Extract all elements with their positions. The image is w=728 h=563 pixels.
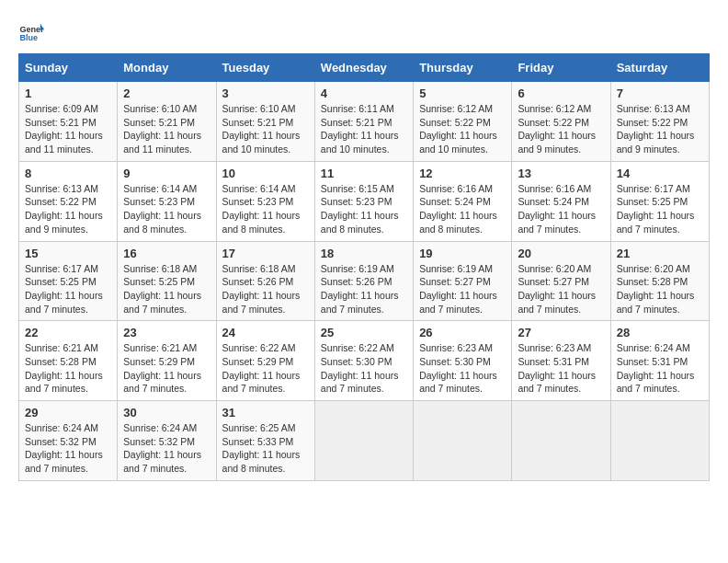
calendar-cell	[314, 401, 413, 481]
calendar-cell	[610, 401, 709, 481]
day-number: 15	[25, 247, 111, 260]
day-number: 28	[617, 326, 703, 339]
day-number: 12	[419, 167, 506, 180]
day-number: 29	[25, 406, 111, 419]
day-number: 6	[518, 86, 604, 100]
calendar-week-row: 8Sunrise: 6:13 AMSunset: 5:22 PMDaylight…	[19, 161, 710, 241]
calendar-cell: 14Sunrise: 6:17 AMSunset: 5:25 PMDayligh…	[610, 161, 709, 241]
calendar-cell: 2Sunrise: 6:10 AMSunset: 5:21 PMDaylight…	[118, 82, 216, 162]
day-sun-info: Sunrise: 6:09 AMSunset: 5:21 PMDaylight:…	[25, 102, 111, 156]
calendar-cell: 21Sunrise: 6:20 AMSunset: 5:28 PMDayligh…	[610, 241, 709, 321]
day-sun-info: Sunrise: 6:16 AMSunset: 5:24 PMDaylight:…	[419, 182, 506, 236]
calendar-week-row: 29Sunrise: 6:24 AMSunset: 5:32 PMDayligh…	[19, 401, 710, 481]
calendar-cell: 7Sunrise: 6:13 AMSunset: 5:22 PMDaylight…	[610, 82, 709, 162]
calendar-cell	[512, 401, 610, 481]
day-number: 18	[321, 247, 407, 260]
day-number: 8	[25, 167, 111, 180]
day-of-week-header: Friday	[512, 54, 610, 82]
calendar-cell: 20Sunrise: 6:20 AMSunset: 5:27 PMDayligh…	[512, 241, 610, 321]
calendar-cell: 26Sunrise: 6:23 AMSunset: 5:30 PMDayligh…	[414, 321, 512, 401]
day-number: 31	[222, 406, 309, 419]
calendar-week-row: 22Sunrise: 6:21 AMSunset: 5:28 PMDayligh…	[19, 321, 710, 401]
day-number: 23	[123, 326, 210, 339]
day-number: 21	[617, 247, 703, 260]
day-number: 17	[222, 247, 309, 260]
day-sun-info: Sunrise: 6:16 AMSunset: 5:24 PMDaylight:…	[518, 182, 604, 236]
day-number: 7	[617, 86, 703, 100]
calendar-cell: 18Sunrise: 6:19 AMSunset: 5:26 PMDayligh…	[314, 241, 413, 321]
day-number: 10	[222, 167, 309, 180]
day-sun-info: Sunrise: 6:15 AMSunset: 5:23 PMDaylight:…	[321, 182, 407, 236]
calendar-cell: 29Sunrise: 6:24 AMSunset: 5:32 PMDayligh…	[19, 401, 118, 481]
day-sun-info: Sunrise: 6:14 AMSunset: 5:23 PMDaylight:…	[123, 182, 210, 236]
day-sun-info: Sunrise: 6:19 AMSunset: 5:27 PMDaylight:…	[419, 262, 506, 316]
day-number: 3	[222, 86, 309, 100]
calendar-cell: 8Sunrise: 6:13 AMSunset: 5:22 PMDaylight…	[19, 161, 118, 241]
day-sun-info: Sunrise: 6:13 AMSunset: 5:22 PMDaylight:…	[25, 182, 111, 236]
calendar-cell: 17Sunrise: 6:18 AMSunset: 5:26 PMDayligh…	[216, 241, 314, 321]
day-number: 30	[123, 406, 210, 419]
day-sun-info: Sunrise: 6:11 AMSunset: 5:21 PMDaylight:…	[321, 102, 407, 156]
day-sun-info: Sunrise: 6:24 AMSunset: 5:31 PMDaylight:…	[617, 341, 703, 396]
calendar-cell: 28Sunrise: 6:24 AMSunset: 5:31 PMDayligh…	[610, 321, 709, 401]
calendar-cell: 31Sunrise: 6:25 AMSunset: 5:33 PMDayligh…	[216, 401, 314, 481]
calendar-cell: 23Sunrise: 6:21 AMSunset: 5:29 PMDayligh…	[118, 321, 216, 401]
day-number: 22	[25, 326, 111, 339]
day-sun-info: Sunrise: 6:21 AMSunset: 5:28 PMDaylight:…	[25, 341, 111, 396]
day-of-week-header: Monday	[118, 54, 216, 82]
day-number: 24	[222, 326, 309, 339]
calendar-header: SundayMondayTuesdayWednesdayThursdayFrid…	[19, 54, 710, 82]
calendar-cell: 1Sunrise: 6:09 AMSunset: 5:21 PMDaylight…	[19, 82, 118, 162]
day-sun-info: Sunrise: 6:22 AMSunset: 5:30 PMDaylight:…	[321, 341, 407, 396]
day-sun-info: Sunrise: 6:17 AMSunset: 5:25 PMDaylight:…	[25, 262, 111, 316]
day-number: 20	[518, 247, 604, 260]
calendar-cell: 15Sunrise: 6:17 AMSunset: 5:25 PMDayligh…	[19, 241, 118, 321]
calendar-body: 1Sunrise: 6:09 AMSunset: 5:21 PMDaylight…	[19, 82, 710, 481]
day-of-week-header: Wednesday	[314, 54, 413, 82]
day-sun-info: Sunrise: 6:24 AMSunset: 5:32 PMDaylight:…	[123, 421, 210, 476]
day-number: 4	[321, 86, 407, 100]
day-number: 26	[419, 326, 506, 339]
calendar-cell: 9Sunrise: 6:14 AMSunset: 5:23 PMDaylight…	[118, 161, 216, 241]
calendar-week-row: 1Sunrise: 6:09 AMSunset: 5:21 PMDaylight…	[19, 82, 710, 162]
day-sun-info: Sunrise: 6:23 AMSunset: 5:30 PMDaylight:…	[419, 341, 506, 396]
day-of-week-header: Thursday	[414, 54, 512, 82]
day-number: 27	[518, 326, 604, 339]
general-blue-icon: General Blue	[18, 18, 44, 44]
calendar-cell: 10Sunrise: 6:14 AMSunset: 5:23 PMDayligh…	[216, 161, 314, 241]
day-of-week-header: Sunday	[19, 54, 118, 82]
day-sun-info: Sunrise: 6:10 AMSunset: 5:21 PMDaylight:…	[123, 102, 210, 156]
calendar-cell: 6Sunrise: 6:12 AMSunset: 5:22 PMDaylight…	[512, 82, 610, 162]
calendar-cell: 5Sunrise: 6:12 AMSunset: 5:22 PMDaylight…	[414, 82, 512, 162]
day-sun-info: Sunrise: 6:12 AMSunset: 5:22 PMDaylight:…	[518, 102, 604, 156]
day-of-week-header: Tuesday	[216, 54, 314, 82]
day-sun-info: Sunrise: 6:23 AMSunset: 5:31 PMDaylight:…	[518, 341, 604, 396]
day-number: 9	[123, 167, 210, 180]
calendar-cell: 12Sunrise: 6:16 AMSunset: 5:24 PMDayligh…	[414, 161, 512, 241]
day-sun-info: Sunrise: 6:24 AMSunset: 5:32 PMDaylight:…	[25, 421, 111, 476]
day-sun-info: Sunrise: 6:12 AMSunset: 5:22 PMDaylight:…	[419, 102, 506, 156]
page-header: General Blue	[18, 18, 710, 44]
day-sun-info: Sunrise: 6:19 AMSunset: 5:26 PMDaylight:…	[321, 262, 407, 316]
calendar-cell: 13Sunrise: 6:16 AMSunset: 5:24 PMDayligh…	[512, 161, 610, 241]
calendar-cell: 22Sunrise: 6:21 AMSunset: 5:28 PMDayligh…	[19, 321, 118, 401]
day-sun-info: Sunrise: 6:14 AMSunset: 5:23 PMDaylight:…	[222, 182, 309, 236]
calendar-cell: 16Sunrise: 6:18 AMSunset: 5:25 PMDayligh…	[118, 241, 216, 321]
calendar-cell: 25Sunrise: 6:22 AMSunset: 5:30 PMDayligh…	[314, 321, 413, 401]
day-of-week-header: Saturday	[610, 54, 709, 82]
calendar-cell: 3Sunrise: 6:10 AMSunset: 5:21 PMDaylight…	[216, 82, 314, 162]
day-sun-info: Sunrise: 6:13 AMSunset: 5:22 PMDaylight:…	[617, 102, 703, 156]
logo: General Blue	[18, 18, 44, 44]
day-number: 16	[123, 247, 210, 260]
calendar-cell: 27Sunrise: 6:23 AMSunset: 5:31 PMDayligh…	[512, 321, 610, 401]
day-number: 13	[518, 167, 604, 180]
day-number: 11	[321, 167, 407, 180]
day-sun-info: Sunrise: 6:17 AMSunset: 5:25 PMDaylight:…	[617, 182, 703, 236]
day-sun-info: Sunrise: 6:20 AMSunset: 5:27 PMDaylight:…	[518, 262, 604, 316]
calendar-cell: 30Sunrise: 6:24 AMSunset: 5:32 PMDayligh…	[118, 401, 216, 481]
days-of-week-row: SundayMondayTuesdayWednesdayThursdayFrid…	[19, 54, 710, 82]
calendar-cell: 24Sunrise: 6:22 AMSunset: 5:29 PMDayligh…	[216, 321, 314, 401]
calendar-week-row: 15Sunrise: 6:17 AMSunset: 5:25 PMDayligh…	[19, 241, 710, 321]
day-sun-info: Sunrise: 6:22 AMSunset: 5:29 PMDaylight:…	[222, 341, 309, 396]
calendar-cell: 11Sunrise: 6:15 AMSunset: 5:23 PMDayligh…	[314, 161, 413, 241]
